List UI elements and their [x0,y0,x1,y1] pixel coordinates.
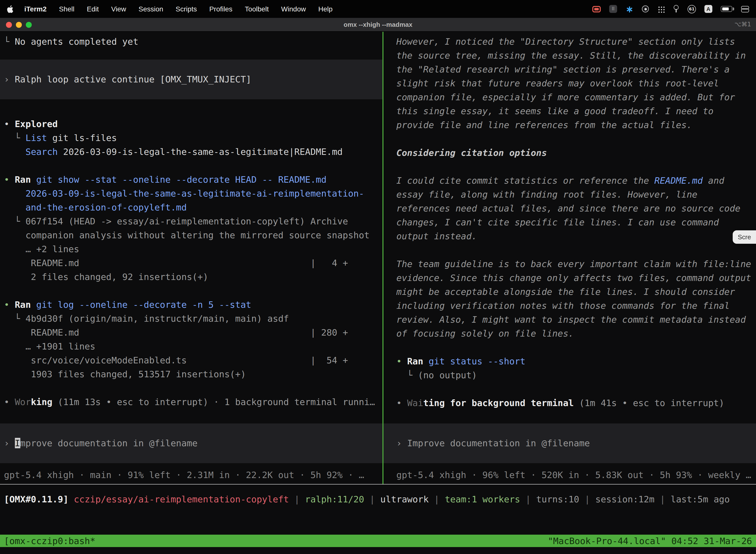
omx-status-line: [OMX#0.11.9] cczip/essay/ai-reimplementa… [0,492,756,506]
terminal-line [0,284,382,298]
spacer [0,99,382,117]
terminal-line: └ 4b9d30f (origin/main, instructkr/main,… [0,312,382,326]
apple-menu-icon[interactable] [7,5,13,13]
ralph-loop-banner: › Ralph loop active continue [OMX_TMUX_I… [0,60,382,99]
terminal-line: output instead. [383,229,756,243]
right-pane[interactable]: However, I noticed the "Directory Struct… [383,32,756,484]
terminal-line: • Explored [0,117,382,131]
key-icon[interactable] [673,5,679,13]
right-prompt-input[interactable]: › Improve documentation in @filename [383,424,756,463]
model-status-line: gpt-5.4 xhigh · 96% left · 520K in · 5.8… [383,468,756,482]
terminal-line: references need actual files, and since … [383,202,756,215]
control-center-icon[interactable] [741,5,749,13]
menu-item-profiles[interactable]: Profiles [209,5,233,13]
dark-circle-app-icon[interactable] [642,5,649,12]
terminal-line [383,382,756,396]
window-shortcut-hint: ⌥⌘1 [735,18,751,31]
menu-item-iterm2[interactable]: iTerm2 [24,5,47,13]
terminal-line: essay file, along with finding root file… [383,188,756,202]
terminal-line: companion file, especially if more comme… [383,90,756,104]
spacer [0,49,382,60]
terminal-line [383,243,756,257]
omx-status-bar: [OMX#0.11.9] cczip/essay/ai-reimplementa… [0,484,756,535]
left-prompt-input[interactable]: › Improve documentation in @filename [0,424,382,463]
menu-item-view[interactable]: View [111,5,126,13]
terminal-line: • Ran git log --oneline --decorate -n 5 … [0,298,382,312]
dot-grid-icon[interactable] [657,5,665,13]
terminal-line [383,160,756,174]
terminal-line: Search 2026-03-09-is-legal-the-same-as-l… [0,145,382,159]
terminal-line: › Ralph loop active continue [OMX_TMUX_I… [0,72,382,87]
terminal-line: • Working (11m 13s • esc to interrupt) ·… [0,395,382,409]
screen: iTerm2ShellEditViewSessionScriptsProfile… [0,0,756,554]
menubar-items: iTerm2ShellEditViewSessionScriptsProfile… [24,5,333,13]
input-source-icon[interactable]: A [704,5,712,13]
menu-item-session[interactable]: Session [138,5,163,13]
terminal-line: • Ran git show --stat --oneline --decora… [0,173,382,187]
terminal-line: review. Also, I might want to inspect th… [383,313,756,327]
tmux-status-bar: [omx-cczip0:bash* "MacBook-Pro-44.local"… [0,535,756,547]
terminal-line: the source tree, missing the essay. Stil… [383,49,756,63]
bottom-gap [0,547,756,554]
macos-menubar: iTerm2ShellEditViewSessionScriptsProfile… [0,0,756,18]
minimize-window-button[interactable] [16,21,22,27]
terminal-line: 2026-03-09-is-legal-the-same-as-legitima… [0,187,382,201]
menu-item-edit[interactable]: Edit [87,5,99,13]
menu-item-help[interactable]: Help [318,5,333,13]
terminal-line: and-the-erosion-of-copyleft.md [0,201,382,214]
tmux-host-clock: "MacBook-Pro-44.local" 04:52 31-Mar-26 [548,535,752,547]
terminal-line: 1903 files changed, 513517 insertions(+) [0,367,382,381]
tmux-session-label: [omx-cczip0:bash* [4,535,95,547]
screen-share-notification[interactable]: Scre [733,230,756,244]
terminal-line: including verification notes with those … [383,299,756,313]
screen-recording-icon[interactable] [592,6,601,12]
terminal-line: • Waiting for background terminal (1m 41… [383,396,756,410]
zoom-window-button[interactable] [26,21,32,27]
battery-icon[interactable] [721,6,732,12]
window-title: omx --xhigh --madmax [0,18,756,31]
menu-item-scripts[interactable]: Scripts [176,5,197,13]
window-titlebar[interactable]: omx --xhigh --madmax ⌥⌘1 [0,18,756,32]
terminal-panes: └ No agents completed yet› Ralph loop ac… [0,32,756,484]
terminal-line: README.md | 280 + [0,326,382,340]
terminal-line: └ 067f154 (HEAD -> essay/ai-reimplementa… [0,214,382,228]
terminal-line: Considering citation options [383,146,756,160]
menu-item-shell[interactable]: Shell [59,5,74,13]
terminal-line: └ No agents completed yet [0,35,382,49]
terminal-line: … +2 lines [0,242,382,256]
terminal-line: └ List git ls-files [0,131,382,145]
terminal-line: • Ran git status --short [383,354,756,368]
terminal-line: └ (no output) [383,368,756,382]
terminal-line: changes, I can't cite specific file line… [383,215,756,229]
model-status-line: gpt-5.4 xhigh · main · 91% left · 2.31M … [0,468,382,482]
terminal-line: However, I noticed the "Directory Struct… [383,35,756,49]
terminal-line: of focusing solely on file lines. [383,327,756,340]
terminal-line: evidence. Since this change only affects… [383,271,756,285]
gauge-icon[interactable]: 61 [688,5,696,13]
terminal-line: 2 files changed, 92 insertions(+) [0,270,382,284]
blue-spark-icon[interactable]: ∗ [626,5,633,13]
prompt-line: › Improve documentation in @filename [0,436,382,450]
app-grid-icon[interactable]: ⠿ [609,5,617,13]
terminal-line: this single essay, it seems like a good … [383,104,756,118]
menu-item-window[interactable]: Window [281,5,306,13]
prompt-line: › Improve documentation in @filename [383,436,756,450]
terminal-line: companion analysis without altering the … [0,228,382,242]
terminal-line [383,132,756,146]
traffic-lights [6,21,32,27]
terminal-line: README.md | 4 + [0,256,382,270]
terminal-line: the "Related research writing" section i… [383,63,756,76]
terminal-line [0,381,382,395]
left-pane[interactable]: └ No agents completed yet› Ralph loop ac… [0,32,382,484]
menubar-status-icons: ⠿∗61A [592,5,749,13]
notification-text: Scre [738,233,751,241]
terminal-line: … +1901 lines [0,340,382,353]
close-window-button[interactable] [6,21,12,27]
terminal-line [383,340,756,354]
text-cursor: I [15,438,20,448]
terminal-line: I could cite commit statistics or refere… [383,174,756,188]
menu-item-toolbelt[interactable]: Toolbelt [245,5,269,13]
terminal-line: might be acceptable alongside the file l… [383,285,756,299]
terminal-line: src/voice/voiceModeEnabled.ts | 54 + [0,353,382,367]
terminal-line: The team guideline is to back every impo… [383,257,756,271]
